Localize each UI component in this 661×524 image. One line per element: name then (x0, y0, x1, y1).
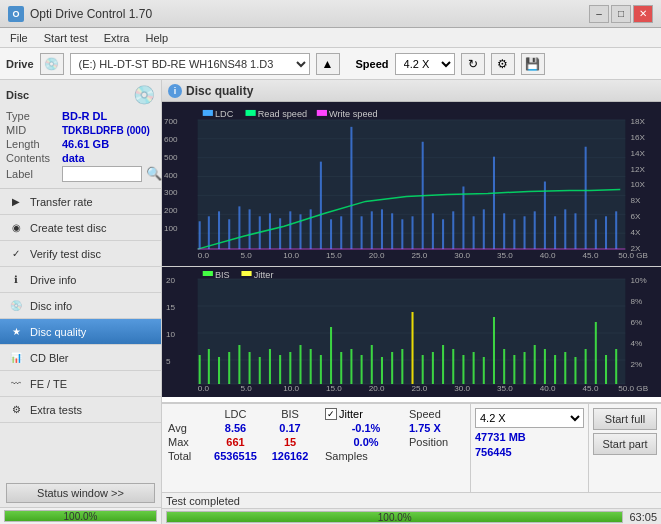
sidebar-progress-bar: 100.0% (4, 510, 157, 522)
samples-label: Samples (317, 450, 407, 462)
sidebar-item-disc-info[interactable]: 💿 Disc info (0, 293, 161, 319)
drive-bar: Drive 💿 (E:) HL-DT-ST BD-RE WH16NS48 1.D… (0, 48, 661, 80)
svg-text:Write speed: Write speed (329, 109, 378, 119)
settings-button[interactable]: ⚙ (491, 53, 515, 75)
stats-speed-dropdown[interactable]: 4.2 X (475, 408, 584, 428)
eject-button[interactable]: ▲ (316, 53, 340, 75)
svg-rect-43 (199, 221, 201, 249)
svg-text:8%: 8% (630, 297, 642, 306)
sidebar-progress-area: 100.0% (0, 507, 161, 524)
svg-rect-120 (228, 352, 230, 384)
disc-quality-header-icon: i (168, 84, 182, 98)
sidebar-item-disc-quality[interactable]: ★ Disc quality (0, 319, 161, 345)
total-bis: 126162 (265, 450, 315, 462)
menu-start-test[interactable]: Start test (38, 30, 94, 46)
avg-speed: 1.75 X (409, 422, 464, 434)
sidebar-item-transfer-rate[interactable]: ▶ Transfer rate (0, 189, 161, 215)
svg-text:18X: 18X (630, 117, 645, 126)
drive-label: Drive (6, 58, 34, 70)
chart2-container: BIS Jitter 20 15 10 5 10% 8% 6% 4% 2% 0.… (162, 267, 661, 397)
svg-rect-82 (595, 219, 597, 249)
svg-text:BIS: BIS (215, 270, 230, 280)
extra-tests-icon: ⚙ (8, 402, 24, 418)
disc-label-input[interactable] (62, 166, 142, 182)
start-full-button[interactable]: Start full (593, 408, 657, 430)
menu-file[interactable]: File (4, 30, 34, 46)
samples-value: 756445 (475, 446, 512, 458)
speed-col-header: Speed (409, 408, 464, 420)
ldc-header: LDC (208, 408, 263, 420)
svg-rect-142 (452, 349, 454, 384)
svg-rect-69 (462, 186, 464, 249)
svg-text:5.0: 5.0 (240, 251, 252, 260)
position-label: Position (409, 436, 464, 448)
svg-rect-84 (615, 211, 617, 249)
svg-text:50.0 GB: 50.0 GB (618, 251, 648, 260)
nav-items: ▶ Transfer rate ◉ Create test disc ✓ Ver… (0, 189, 161, 479)
save-button[interactable]: 💾 (521, 53, 545, 75)
disc-label-icon[interactable]: 🔍 (146, 166, 162, 182)
svg-rect-140 (432, 352, 434, 384)
svg-rect-138 (412, 312, 414, 384)
refresh-button[interactable]: ↻ (461, 53, 485, 75)
svg-rect-59 (361, 216, 363, 249)
sidebar-item-transfer-rate-label: Transfer rate (30, 196, 93, 208)
sidebar-item-disc-info-label: Disc info (30, 300, 72, 312)
svg-rect-141 (442, 345, 444, 384)
svg-rect-53 (299, 214, 301, 249)
disc-type-value: BD-R DL (62, 110, 107, 122)
menu-help[interactable]: Help (139, 30, 174, 46)
sidebar-item-extra-tests[interactable]: ⚙ Extra tests (0, 397, 161, 423)
max-jitter: 0.0% (317, 436, 407, 448)
disc-icon: 💿 (133, 84, 155, 106)
sidebar-item-verify-test-disc[interactable]: ✓ Verify test disc (0, 241, 161, 267)
svg-rect-48 (249, 209, 251, 249)
maximize-button[interactable]: □ (611, 5, 631, 23)
bottom-stat-value: 63:05 (629, 511, 657, 523)
chart1-container: LDC Read speed Write speed 700 600 500 4… (162, 102, 661, 267)
sidebar-item-create-test-disc[interactable]: ◉ Create test disc (0, 215, 161, 241)
svg-rect-81 (585, 147, 587, 249)
svg-rect-121 (238, 345, 240, 384)
avg-jitter: -0.1% (317, 422, 407, 434)
svg-rect-76 (534, 211, 536, 249)
avg-label: Avg (168, 422, 206, 434)
svg-text:8X: 8X (630, 196, 641, 205)
minimize-button[interactable]: – (589, 5, 609, 23)
disc-type-label: Type (6, 110, 58, 122)
status-window-button[interactable]: Status window >> (6, 483, 155, 503)
close-button[interactable]: ✕ (633, 5, 653, 23)
start-part-button[interactable]: Start part (593, 433, 657, 455)
svg-text:10%: 10% (630, 276, 646, 285)
sidebar-item-drive-info[interactable]: ℹ Drive info (0, 267, 161, 293)
jitter-checkbox[interactable]: ✓ (325, 408, 337, 420)
svg-text:10: 10 (166, 330, 176, 339)
svg-text:50.0 GB: 50.0 GB (618, 384, 648, 393)
svg-text:2%: 2% (630, 360, 642, 369)
disc-panel-title: Disc (6, 89, 29, 101)
svg-text:25.0: 25.0 (412, 251, 428, 260)
drive-icon-btn[interactable]: 💿 (40, 53, 64, 75)
svg-text:45.0: 45.0 (583, 384, 599, 393)
sidebar-item-verify-test-disc-label: Verify test disc (30, 248, 101, 260)
disc-length-value: 46.61 GB (62, 138, 109, 150)
svg-rect-44 (208, 216, 210, 249)
stats-empty-header (168, 408, 206, 420)
svg-rect-90 (241, 271, 251, 276)
sidebar-item-fe-te[interactable]: 〰 FE / TE (0, 371, 161, 397)
svg-rect-126 (289, 352, 291, 384)
app-title: Opti Drive Control 1.70 (30, 7, 152, 21)
svg-rect-61 (381, 209, 383, 249)
sidebar-item-cd-bler[interactable]: 📊 CD Bler (0, 345, 161, 371)
svg-rect-139 (422, 355, 424, 384)
svg-text:10X: 10X (630, 181, 645, 190)
speed-select[interactable]: 4.2 X (395, 53, 455, 75)
disc-mid-value: TDKBLDRFB (000) (62, 125, 150, 136)
menu-extra[interactable]: Extra (98, 30, 136, 46)
jitter-checkbox-area: ✓ Jitter (317, 408, 407, 420)
drive-select[interactable]: (E:) HL-DT-ST BD-RE WH16NS48 1.D3 (70, 53, 310, 75)
svg-rect-122 (249, 352, 251, 384)
svg-rect-147 (503, 349, 505, 384)
svg-text:200: 200 (164, 206, 178, 215)
svg-rect-50 (269, 213, 271, 249)
